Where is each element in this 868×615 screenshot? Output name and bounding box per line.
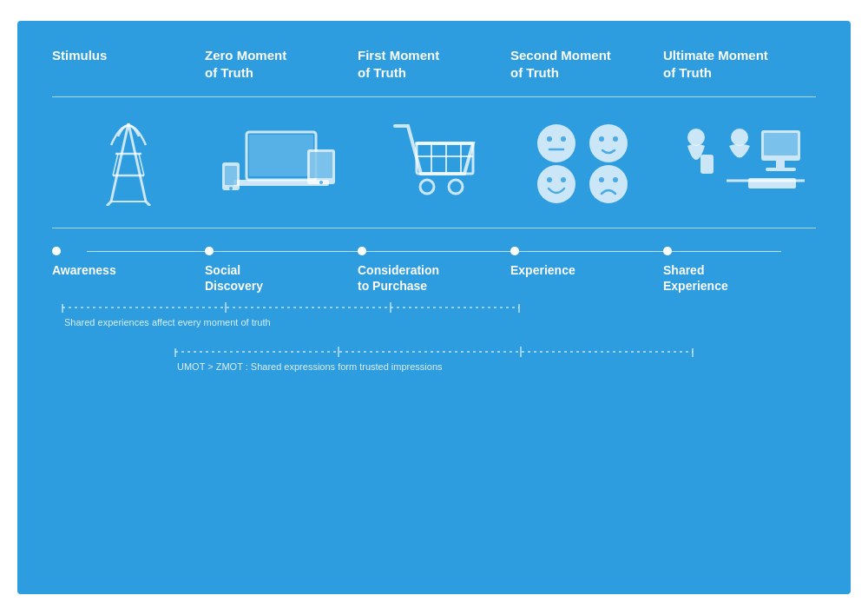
timeline-label-experience: Experience bbox=[510, 262, 575, 278]
timeline-label-consideration: Considerationto Purchase bbox=[358, 262, 439, 294]
timeline-col-consideration: Considerationto Purchase bbox=[358, 246, 510, 294]
icon-col-stimulus bbox=[52, 115, 205, 210]
svg-rect-42 bbox=[764, 133, 798, 155]
svg-point-30 bbox=[599, 136, 604, 142]
timeline-row: Awareness SocialDiscovery Considerationt… bbox=[52, 246, 816, 294]
timeline-dot-social bbox=[205, 247, 214, 255]
timeline-label-shared: SharedExperience bbox=[663, 262, 728, 294]
svg-point-35 bbox=[589, 165, 628, 203]
svg-point-31 bbox=[613, 136, 618, 142]
header-col-smot: Second Momentof Truth bbox=[510, 47, 663, 81]
people-computer-icon bbox=[670, 122, 809, 204]
timeline-col-awareness: Awareness bbox=[52, 246, 205, 278]
svg-point-33 bbox=[547, 177, 552, 182]
svg-point-29 bbox=[589, 124, 628, 162]
svg-point-36 bbox=[599, 177, 604, 182]
icons-row bbox=[52, 115, 816, 210]
icon-col-zmot bbox=[205, 115, 358, 210]
header-stimulus-label: Stimulus bbox=[52, 47, 205, 64]
timeline-col-social: SocialDiscovery bbox=[205, 246, 358, 294]
timeline-dot-consideration bbox=[358, 247, 366, 255]
svg-rect-44 bbox=[766, 168, 796, 171]
timeline-col-experience: Experience bbox=[510, 246, 663, 278]
svg-point-37 bbox=[613, 177, 618, 182]
timeline-col-shared: SharedExperience bbox=[663, 246, 816, 294]
tower-icon bbox=[102, 119, 155, 206]
svg-point-26 bbox=[547, 136, 552, 142]
devices-icon bbox=[220, 123, 342, 202]
icon-col-fmot bbox=[358, 115, 510, 210]
svg-point-32 bbox=[537, 165, 575, 203]
timeline-label-awareness: Awareness bbox=[52, 262, 116, 278]
header-divider bbox=[52, 96, 816, 97]
icon-col-umot bbox=[663, 115, 816, 210]
svg-point-25 bbox=[537, 124, 575, 162]
svg-rect-43 bbox=[776, 161, 785, 168]
timeline-dot-experience bbox=[510, 247, 519, 255]
svg-rect-13 bbox=[225, 166, 237, 185]
timeline-dot-shared bbox=[663, 247, 672, 255]
svg-rect-39 bbox=[700, 155, 713, 174]
svg-rect-10 bbox=[249, 135, 313, 176]
annotation-section: Shared experiences affect every moment o… bbox=[52, 302, 816, 380]
header-col-stimulus: Stimulus bbox=[52, 47, 205, 64]
annotation-row-1: Shared experiences affect every moment o… bbox=[61, 302, 816, 336]
emoji-icon bbox=[530, 119, 643, 206]
annotation-dashes-2 bbox=[174, 347, 816, 357]
annotation-dashes-1 bbox=[61, 302, 816, 313]
header-fmot-label: First Momentof Truth bbox=[358, 47, 510, 81]
header-col-zmot: Zero Momentof Truth bbox=[205, 47, 358, 81]
header-col-fmot: First Momentof Truth bbox=[358, 47, 510, 81]
cart-icon bbox=[391, 122, 477, 204]
svg-point-38 bbox=[687, 129, 705, 146]
header-col-umot: Ultimate Momentof Truth bbox=[663, 47, 816, 81]
header-zmot-label: Zero Momentof Truth bbox=[205, 47, 358, 81]
icons-divider bbox=[52, 228, 816, 228]
timeline-dot-awareness bbox=[52, 247, 61, 255]
icon-col-smot bbox=[510, 115, 663, 210]
svg-point-34 bbox=[561, 177, 566, 182]
svg-point-40 bbox=[731, 129, 748, 146]
svg-rect-16 bbox=[310, 152, 332, 178]
header-umot-label: Ultimate Momentof Truth bbox=[663, 47, 816, 81]
svg-point-17 bbox=[319, 181, 323, 184]
svg-line-6 bbox=[107, 202, 111, 206]
svg-point-24 bbox=[449, 180, 463, 194]
svg-point-14 bbox=[229, 187, 233, 190]
annotation-text-2: UMOT > ZMOT : Shared expressions form tr… bbox=[174, 361, 816, 372]
timeline-label-social: SocialDiscovery bbox=[205, 262, 263, 294]
annotation-row-2: UMOT > ZMOT : Shared expressions form tr… bbox=[61, 347, 816, 380]
annotation-text-1: Shared experiences affect every moment o… bbox=[61, 317, 816, 327]
svg-line-7 bbox=[146, 202, 150, 206]
svg-point-23 bbox=[420, 180, 434, 194]
header-smot-label: Second Momentof Truth bbox=[510, 47, 663, 81]
svg-point-27 bbox=[561, 136, 566, 142]
slide: Stimulus Zero Momentof Truth First Momen… bbox=[17, 21, 851, 594]
header-row: Stimulus Zero Momentof Truth First Momen… bbox=[52, 47, 816, 81]
